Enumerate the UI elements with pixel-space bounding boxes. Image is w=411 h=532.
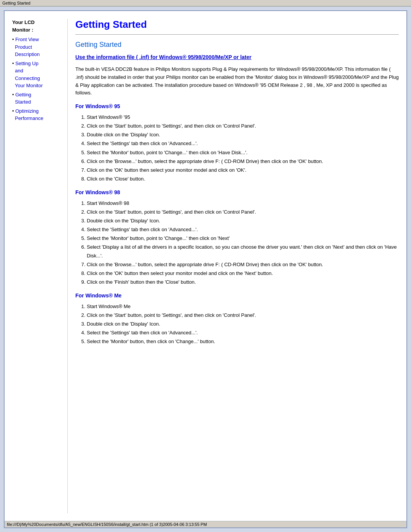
list-item: Click on the 'OK' button then select you… (87, 166, 399, 174)
list-item: Click on the 'Start' button, point to 'S… (87, 122, 399, 130)
windowsme-steps: Start Windows® Me Click on the 'Start' b… (87, 302, 399, 346)
list-item: Select 'Display a list of all the driver… (87, 243, 399, 260)
list-item: Start Windows® 98 (87, 199, 399, 208)
title-bar: Getting Started (0, 0, 411, 6)
sidebar: Your LCD Monitor : • Front View Product … (12, 19, 67, 513)
list-item: Click on the 'Start' button, point to 'S… (87, 311, 399, 320)
nav-bullet-4: • (12, 108, 15, 114)
sidebar-heading-line1: Your LCD (12, 19, 35, 25)
list-item: Click on the 'Finish' button then the 'C… (87, 278, 399, 286)
sidebar-heading-line2: Monitor (12, 27, 30, 33)
nav-link-getting-started[interactable]: Getting Started (12, 92, 31, 105)
main-content: Getting Started Getting Started Use the … (67, 19, 399, 513)
list-item: Select the 'Monitor' button, then click … (87, 337, 399, 346)
sidebar-item-optimizing: • Optimizing Performance (12, 107, 67, 122)
list-item: Double click on the 'Display' Icon. (87, 320, 399, 328)
status-bar: file:///D|/My%20Documents/dfu/A5_new/ENG… (5, 521, 406, 527)
sidebar-item-setting-up: • Setting Up and Connecting Your Monitor (12, 60, 67, 89)
list-item: Double click on the 'Display' Icon. (87, 131, 399, 139)
nav-bullet-2: • (12, 61, 15, 66)
list-item: Click on the 'Browse...' button, select … (87, 260, 399, 269)
list-item: Start Windows® Me (87, 302, 399, 311)
list-item: Click on the 'Close' button. (87, 175, 399, 183)
nav-link-optimizing[interactable]: Optimizing Performance (12, 108, 43, 121)
list-item: Select the 'Monitor' button, point to 'C… (87, 234, 399, 243)
divider (75, 34, 399, 35)
nav-link-front-view[interactable]: Front View Product Description (12, 37, 40, 57)
list-item: Select the 'Settings' tab then click on … (87, 139, 399, 148)
list-item: Select the 'Settings' tab then click on … (87, 225, 399, 234)
windows98-steps: Start Windows® 98 Click on the 'Start' b… (87, 199, 399, 286)
windows98-heading: For Windows® 98 (75, 189, 399, 195)
list-item: Double click on the 'Display' Icon. (87, 217, 399, 225)
intro-paragraph: The built-in VESA DDC2B feature in Phili… (75, 66, 399, 97)
list-item: Click on the 'OK' button then select you… (87, 269, 399, 278)
nav-bullet-3: • (12, 92, 15, 97)
inf-link[interactable]: Use the information file ( .inf) for Win… (75, 54, 399, 60)
status-bar-text: file:///D|/My%20Documents/dfu/A5_new/ENG… (7, 522, 207, 527)
section-title: Getting Started (75, 41, 399, 49)
nav-link-setting-up[interactable]: Setting Up and Connecting Your Monitor (12, 61, 43, 89)
sidebar-heading: Your LCD Monitor : (12, 19, 67, 34)
content-area: Your LCD Monitor : • Front View Product … (5, 11, 406, 521)
list-item: Select the 'Settings' tab then click on … (87, 329, 399, 337)
outer-frame: Your LCD Monitor : • Front View Product … (4, 10, 407, 528)
list-item: Start Windows® '95 (87, 113, 399, 121)
list-item: Click on the 'Browse...' button, select … (87, 157, 399, 166)
windows95-heading: For Windows® 95 (75, 103, 399, 109)
nav-bullet-1: • (12, 37, 15, 42)
list-item: Click on the 'Start' button, point to 'S… (87, 208, 399, 216)
title-bar-text: Getting Started (2, 1, 30, 5)
list-item: Select the 'Monitor' button, point to 'C… (87, 149, 399, 157)
windows95-steps: Start Windows® '95 Click on the 'Start' … (87, 113, 399, 183)
windowsme-heading: For Windows® Me (75, 292, 399, 299)
sidebar-heading-colon: : (32, 27, 33, 33)
sidebar-nav: • Front View Product Description • Setti… (12, 36, 67, 122)
sidebar-item-getting-started: • Getting Started (12, 91, 67, 106)
sidebar-item-front-view: • Front View Product Description (12, 36, 67, 58)
page-title: Getting Started (75, 19, 399, 30)
